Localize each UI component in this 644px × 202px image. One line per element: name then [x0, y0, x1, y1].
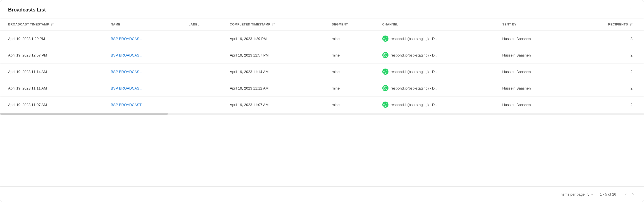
cell-recipients: 2 [567, 64, 644, 80]
broadcast-name-link[interactable]: BSP BROADCAS... [111, 37, 142, 41]
col-header-sent-by: SENT BY [495, 18, 567, 30]
col-header-label: LABEL [181, 18, 222, 30]
channel-name: respond.io(bsp-staging) - D... [391, 103, 438, 107]
pagination-controls: ‹ › [623, 191, 636, 198]
broadcasts-list-page: Broadcasts List ⋮ BROADCAST TIMESTAMP ⇄ … [0, 0, 644, 202]
pagination-next-button[interactable]: › [630, 191, 636, 198]
channel-name: respond.io(bsp-staging) - D... [391, 86, 438, 90]
cell-label [181, 47, 222, 64]
col-header-recipients: RECIPIENTS ⇄ [567, 18, 644, 30]
table-container: BROADCAST TIMESTAMP ⇄ NAME LABEL [0, 18, 644, 186]
cell-broadcast-timestamp: April 19, 2023 12:57 PM [0, 47, 103, 64]
whatsapp-icon [382, 69, 388, 75]
cell-sent-by: Hussein Baashen [495, 80, 567, 97]
table-row: April 19, 2023 1:29 PMBSP BROADCAS...Apr… [0, 30, 644, 47]
cell-broadcast-timestamp: April 19, 2023 11:14 AM [0, 64, 103, 80]
cell-segment: mine [324, 30, 375, 47]
cell-label [181, 80, 222, 97]
pagination-info: 1 - 5 of 26 [600, 192, 616, 196]
items-per-page-control: Items per page 5 ⌄ [560, 192, 593, 196]
channel-name: respond.io(bsp-staging) - D... [391, 53, 438, 57]
horizontal-scrollbar[interactable] [0, 113, 644, 115]
cell-name[interactable]: BSP BROADCAS... [103, 30, 181, 47]
cell-recipients: 2 [567, 47, 644, 64]
table-row: April 19, 2023 12:57 PMBSP BROADCAS...Ap… [0, 47, 644, 64]
cell-completed-timestamp: April 19, 2023 12:57 PM [222, 47, 324, 64]
pagination-prev-button[interactable]: ‹ [623, 191, 629, 198]
cell-label [181, 30, 222, 47]
cell-completed-timestamp: April 19, 2023 11:12 AM [222, 80, 324, 97]
cell-recipients: 3 [567, 30, 644, 47]
cell-segment: mine [324, 80, 375, 97]
channel-name: respond.io(bsp-staging) - D... [391, 37, 438, 41]
cell-name[interactable]: BSP BROADCAS... [103, 64, 181, 80]
completed-timestamp-sort-icon[interactable]: ⇄ [272, 22, 275, 26]
cell-sent-by: Hussein Baashen [495, 97, 567, 113]
whatsapp-icon [382, 85, 388, 91]
scrollbar-thumb[interactable] [0, 113, 168, 115]
table-footer: Items per page 5 ⌄ 1 - 5 of 26 ‹ › [0, 186, 644, 202]
whatsapp-icon [382, 102, 388, 108]
cell-label [181, 64, 222, 80]
cell-recipients: 2 [567, 97, 644, 113]
col-header-completed-timestamp: COMPLETED TIMESTAMP ⇄ [222, 18, 324, 30]
items-per-page-select[interactable]: 5 ⌄ [588, 192, 593, 196]
cell-completed-timestamp: April 19, 2023 1:29 PM [222, 30, 324, 47]
cell-segment: mine [324, 97, 375, 113]
more-options-button[interactable]: ⋮ [626, 6, 636, 14]
broadcast-name-link[interactable]: BSP BROADCAST [111, 103, 142, 107]
col-header-segment: SEGMENT [324, 18, 375, 30]
cell-broadcast-timestamp: April 19, 2023 11:11 AM [0, 80, 103, 97]
cell-name[interactable]: BSP BROADCAS... [103, 80, 181, 97]
cell-name[interactable]: BSP BROADCAST [103, 97, 181, 113]
cell-channel: respond.io(bsp-staging) - D... [375, 47, 495, 64]
table-row: April 19, 2023 11:14 AMBSP BROADCAS...Ap… [0, 64, 644, 80]
broadcast-name-link[interactable]: BSP BROADCAS... [111, 70, 142, 74]
cell-recipients: 2 [567, 80, 644, 97]
cell-name[interactable]: BSP BROADCAS... [103, 47, 181, 64]
items-per-page-label: Items per page [560, 192, 585, 196]
cell-channel: respond.io(bsp-staging) - D... [375, 30, 495, 47]
col-header-channel: CHANNEL [375, 18, 495, 30]
whatsapp-icon [382, 36, 388, 42]
cell-sent-by: Hussein Baashen [495, 47, 567, 64]
col-header-name: NAME [103, 18, 181, 30]
table-row: April 19, 2023 11:07 AMBSP BROADCASTApri… [0, 97, 644, 113]
page-title: Broadcasts List [8, 7, 46, 13]
chevron-down-icon: ⌄ [591, 192, 593, 196]
cell-broadcast-timestamp: April 19, 2023 1:29 PM [0, 30, 103, 47]
cell-broadcast-timestamp: April 19, 2023 11:07 AM [0, 97, 103, 113]
channel-name: respond.io(bsp-staging) - D... [391, 70, 438, 74]
broadcast-timestamp-sort-icon[interactable]: ⇄ [51, 22, 54, 26]
recipients-sort-icon[interactable]: ⇄ [630, 22, 633, 26]
broadcasts-table: BROADCAST TIMESTAMP ⇄ NAME LABEL [0, 18, 644, 113]
cell-label [181, 97, 222, 113]
cell-completed-timestamp: April 19, 2023 11:14 AM [222, 64, 324, 80]
col-header-broadcast-timestamp: BROADCAST TIMESTAMP ⇄ [0, 18, 103, 30]
cell-segment: mine [324, 64, 375, 80]
broadcast-name-link[interactable]: BSP BROADCAS... [111, 86, 142, 90]
cell-channel: respond.io(bsp-staging) - D... [375, 97, 495, 113]
items-per-page-value: 5 [588, 192, 590, 196]
cell-sent-by: Hussein Baashen [495, 64, 567, 80]
whatsapp-icon [382, 52, 388, 58]
cell-segment: mine [324, 47, 375, 64]
cell-completed-timestamp: April 19, 2023 11:07 AM [222, 97, 324, 113]
broadcast-name-link[interactable]: BSP BROADCAS... [111, 53, 142, 57]
cell-channel: respond.io(bsp-staging) - D... [375, 64, 495, 80]
cell-sent-by: Hussein Baashen [495, 30, 567, 47]
table-header-row: BROADCAST TIMESTAMP ⇄ NAME LABEL [0, 18, 644, 30]
page-header: Broadcasts List ⋮ [0, 0, 644, 18]
table-row: April 19, 2023 11:11 AMBSP BROADCAS...Ap… [0, 80, 644, 97]
cell-channel: respond.io(bsp-staging) - D... [375, 80, 495, 97]
